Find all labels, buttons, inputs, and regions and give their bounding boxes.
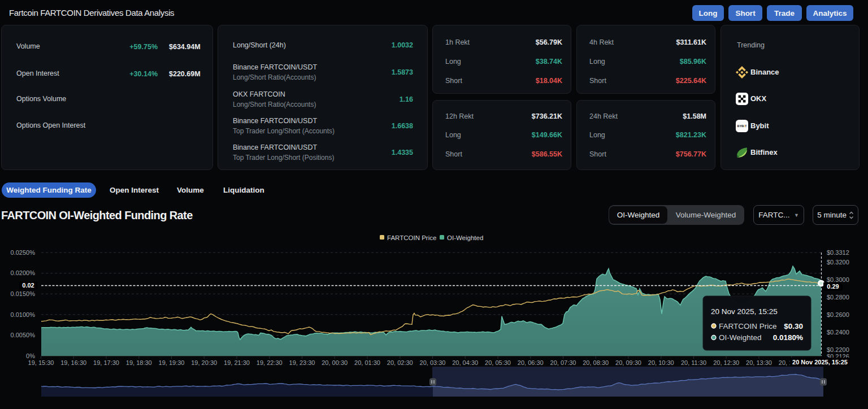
svg-text:0.0200%: 0.0200%	[11, 269, 36, 276]
svg-text:$0.3000: $0.3000	[827, 276, 849, 283]
svg-text:$0.3312: $0.3312	[827, 249, 849, 256]
svg-text:20, 07:30: 20, 07:30	[550, 359, 576, 366]
svg-text:OI-Weighted: OI-Weighted	[719, 333, 762, 342]
svg-text:$0.2400: $0.2400	[827, 329, 849, 336]
svg-text:20, 00:30: 20, 00:30	[322, 359, 348, 366]
svg-text:19, 17:30: 19, 17:30	[93, 359, 119, 366]
svg-text:20, 13:30: 20, 13:30	[746, 359, 772, 366]
svg-text:20 Nov 2025, 15:25: 20 Nov 2025, 15:25	[792, 359, 848, 366]
svg-text:20 Nov 2025, 15:25: 20 Nov 2025, 15:25	[711, 307, 778, 316]
svg-text:20, 03:30: 20, 03:30	[420, 359, 446, 366]
svg-text:0%: 0%	[26, 353, 35, 359]
svg-text:20, 09:30: 20, 09:30	[615, 359, 641, 366]
svg-text:19, 18:30: 19, 18:30	[126, 359, 152, 366]
svg-text:$0.30: $0.30	[784, 322, 803, 330]
svg-text:$0.2800: $0.2800	[827, 294, 849, 301]
svg-text:19, 23:30: 19, 23:30	[289, 359, 315, 366]
svg-text:20, 01:30: 20, 01:30	[354, 359, 380, 366]
svg-text:20, 08:30: 20, 08:30	[583, 359, 609, 366]
svg-text:20, 11:30: 20, 11:30	[681, 359, 706, 366]
svg-text:FARTCOIN Price: FARTCOIN Price	[719, 322, 777, 330]
svg-text:19, 19:30: 19, 19:30	[159, 359, 185, 366]
svg-text:20, 05:30: 20, 05:30	[485, 359, 511, 366]
svg-text:0.0150%: 0.0150%	[11, 290, 36, 297]
svg-text:20, 02:30: 20, 02:30	[387, 359, 413, 366]
svg-text:0.02: 0.02	[22, 282, 34, 289]
svg-text:19, 21:30: 19, 21:30	[224, 359, 250, 366]
svg-text:0.0250%: 0.0250%	[11, 249, 36, 256]
svg-text:0.0050%: 0.0050%	[11, 332, 36, 338]
svg-text:$0.2600: $0.2600	[827, 311, 849, 318]
svg-text:20, 06:30: 20, 06:30	[518, 359, 544, 366]
svg-text:$0.3200: $0.3200	[827, 259, 849, 266]
svg-text:0.0100%: 0.0100%	[11, 311, 36, 318]
svg-text:20, 12:30: 20, 12:30	[713, 359, 739, 366]
svg-text:0.29: 0.29	[827, 283, 839, 290]
svg-text:19, 22:30: 19, 22:30	[257, 359, 283, 366]
svg-text:FARTCOIN Price: FARTCOIN Price	[387, 234, 436, 241]
svg-text:19, 16:30: 19, 16:30	[60, 359, 86, 366]
svg-text:0.0180%: 0.0180%	[773, 333, 803, 342]
svg-text:19, 20:30: 19, 20:30	[191, 359, 217, 366]
svg-text:$0.2200: $0.2200	[827, 346, 849, 353]
svg-text:OI-Weighted: OI-Weighted	[447, 234, 483, 241]
svg-text:20, 04:30: 20, 04:30	[452, 359, 478, 366]
svg-text:19, 15:30: 19, 15:30	[28, 359, 54, 366]
svg-text:20, 10:30: 20, 10:30	[648, 359, 674, 366]
